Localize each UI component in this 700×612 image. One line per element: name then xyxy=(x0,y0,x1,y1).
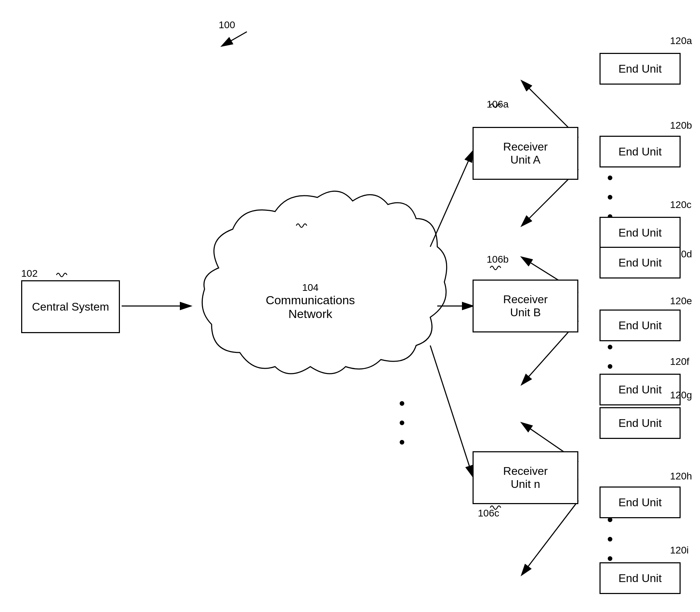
svg-line-1 xyxy=(222,32,247,46)
svg-line-3 xyxy=(430,152,473,247)
ref-120f: 120f xyxy=(670,356,689,367)
end-unit-120f: End Unit xyxy=(599,374,681,405)
ref-120h: 120h xyxy=(670,471,692,482)
ref-106a: 106a xyxy=(487,99,509,110)
end-unit-120g: End Unit xyxy=(599,407,681,439)
end-unit-120d: End Unit xyxy=(599,247,681,279)
receiver-a-box: ReceiverUnit A xyxy=(473,127,578,180)
ref-106c: 106c xyxy=(478,508,499,519)
svg-text:•: • xyxy=(399,413,405,432)
svg-text:•: • xyxy=(607,357,613,375)
ref-120b: 120b xyxy=(670,120,692,131)
central-system-box: Central System xyxy=(21,280,120,333)
end-unit-120b: End Unit xyxy=(599,136,681,167)
ref-120i: 120i xyxy=(670,545,689,556)
svg-text:•: • xyxy=(607,168,613,187)
svg-line-14 xyxy=(522,501,578,575)
diagram: • • • • • • • • • • • • 100 Central Syst… xyxy=(0,0,700,612)
receiver-b-box: ReceiverUnit B xyxy=(473,280,578,332)
ref-102: 102 xyxy=(21,268,38,279)
ref-120c: 120c xyxy=(670,199,692,210)
ref-106b: 106b xyxy=(487,254,509,265)
svg-text:•: • xyxy=(399,394,405,412)
svg-text:•: • xyxy=(607,530,613,548)
end-unit-120a: End Unit xyxy=(599,53,681,85)
end-unit-120e: End Unit xyxy=(599,310,681,341)
ref-120g: 120g xyxy=(670,390,692,401)
end-unit-120c: End Unit xyxy=(599,217,681,249)
ref-120a: 120a xyxy=(670,35,692,47)
svg-text:•: • xyxy=(399,433,405,451)
receiver-n-box: ReceiverUnit n xyxy=(473,451,578,504)
ref-100: 100 xyxy=(219,19,235,31)
svg-line-5 xyxy=(430,345,473,476)
ref-120e: 120e xyxy=(670,295,692,307)
end-unit-120h: End Unit xyxy=(599,486,681,518)
end-unit-120i: End Unit xyxy=(599,562,681,594)
svg-text:•: • xyxy=(607,188,613,206)
